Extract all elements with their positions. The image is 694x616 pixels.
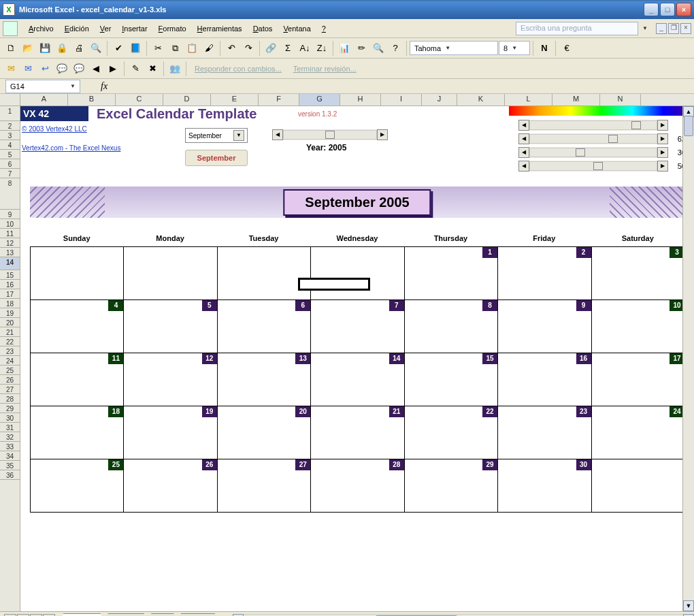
luminance-slider[interactable]: ◀▶ xyxy=(518,147,668,158)
menu-edición[interactable]: Edición xyxy=(59,22,95,35)
hyperlink-icon[interactable]: 🔗 xyxy=(263,40,279,56)
row-header-11[interactable]: 11 xyxy=(0,229,20,238)
fx-icon[interactable]: fx xyxy=(101,81,108,92)
chart-wizard-icon[interactable]: 📊 xyxy=(336,40,352,56)
arrow-right-icon[interactable]: ▶ xyxy=(657,147,668,158)
col-header-M[interactable]: M xyxy=(552,94,600,106)
row-header-2[interactable]: 2 xyxy=(0,121,20,131)
calendar-cell[interactable] xyxy=(591,459,685,513)
respond-changes-link[interactable]: Responder con cambios... xyxy=(189,65,287,73)
end-review-link[interactable]: Terminar revisión... xyxy=(288,65,362,73)
row-header-19[interactable]: 19 xyxy=(0,308,20,318)
col-header-N[interactable]: N xyxy=(600,94,641,106)
prev-comment-icon[interactable]: ◀ xyxy=(88,61,104,77)
calendar-cell[interactable]: 22 xyxy=(404,406,498,459)
font-name-selector[interactable]: Tahoma ▼ xyxy=(410,41,498,55)
row-header-20[interactable]: 20 xyxy=(0,318,20,327)
col-header-A[interactable]: A xyxy=(20,94,68,106)
month-button[interactable]: September xyxy=(185,150,248,166)
menu-ver[interactable]: Ver xyxy=(95,22,117,35)
reply-icon[interactable]: ↩ xyxy=(37,61,53,77)
calendar-cell[interactable]: 23 xyxy=(497,406,591,459)
calendar-cell[interactable]: 19 xyxy=(123,406,217,459)
drawing-icon[interactable]: ✏ xyxy=(353,40,369,56)
col-header-L[interactable]: L xyxy=(505,94,552,106)
row-header-35[interactable]: 35 xyxy=(0,461,20,470)
calendar-cell[interactable] xyxy=(123,246,217,300)
calendar-cell[interactable]: 20 xyxy=(217,406,311,459)
calendar-cell[interactable]: 24 xyxy=(591,406,685,459)
row-header-18[interactable]: 18 xyxy=(0,299,20,308)
calendar-cell[interactable]: 4 xyxy=(30,299,124,353)
row-header-14[interactable]: 14 xyxy=(0,257,20,270)
row-header-12[interactable]: 12 xyxy=(0,238,20,248)
show-comment-icon[interactable]: 💬 xyxy=(71,61,87,77)
row-header-21[interactable]: 21 xyxy=(0,327,20,337)
calendar-cell[interactable]: 27 xyxy=(217,459,311,513)
next-comment-icon[interactable]: ▶ xyxy=(105,61,121,77)
arrow-right-icon[interactable]: ▶ xyxy=(683,614,694,617)
track-changes-icon[interactable]: 👥 xyxy=(167,61,183,77)
arrow-left-icon[interactable]: ◀ xyxy=(518,133,529,144)
sort-desc-icon[interactable]: Z↓ xyxy=(314,40,330,56)
print-preview-icon[interactable]: 🔍 xyxy=(88,40,104,56)
calendar-cell[interactable]: 7 xyxy=(310,299,404,353)
col-header-E[interactable]: E xyxy=(211,94,259,106)
calendar-cell[interactable] xyxy=(310,246,404,300)
arrow-right-icon[interactable]: ▶ xyxy=(657,120,668,131)
arrow-left-icon[interactable]: ◀ xyxy=(518,120,529,131)
close-button[interactable]: × xyxy=(676,3,691,16)
row-header-28[interactable]: 28 xyxy=(0,394,20,404)
menu-formato[interactable]: Formato xyxy=(153,22,192,35)
show-ink-icon[interactable]: ✎ xyxy=(127,61,144,77)
calendar-cell[interactable]: 17 xyxy=(591,353,685,406)
calendar-cell[interactable]: 10 xyxy=(591,299,685,353)
redo-icon[interactable]: ↷ xyxy=(240,40,257,56)
calendar-cell[interactable]: 28 xyxy=(310,459,404,513)
copy-icon[interactable]: ⧉ xyxy=(167,40,183,56)
row-header-31[interactable]: 31 xyxy=(0,423,20,432)
scroll-thumb[interactable] xyxy=(684,116,693,136)
row-header-4[interactable]: 4 xyxy=(0,140,20,150)
arrow-right-icon[interactable]: ▶ xyxy=(657,133,668,144)
calendar-cell[interactable]: 29 xyxy=(404,459,498,513)
print-icon[interactable]: 🖨 xyxy=(71,40,87,56)
tab-first-button[interactable]: I◀ xyxy=(4,614,16,617)
doc-minimize-button[interactable]: _ xyxy=(656,23,667,34)
calendar-cell[interactable] xyxy=(217,246,311,300)
arrow-right-icon[interactable]: ▶ xyxy=(377,129,388,140)
calendar-cell[interactable]: 15 xyxy=(404,353,498,406)
hue-slider[interactable]: ◀▶ xyxy=(518,120,668,131)
calendar-cell[interactable]: 16 xyxy=(497,353,591,406)
col-header-B[interactable]: B xyxy=(68,94,116,106)
sort-asc-icon[interactable]: A↓ xyxy=(297,40,313,56)
new-icon[interactable]: 🗋 xyxy=(3,40,19,56)
permission-icon[interactable]: 🔒 xyxy=(54,40,70,56)
row-header-29[interactable]: 29 xyxy=(0,404,20,413)
calendar-cell[interactable]: 30 xyxy=(497,459,591,513)
delete-comment-icon[interactable]: ✖ xyxy=(144,61,161,77)
help-search-box[interactable]: Escriba una pregunta xyxy=(516,22,638,35)
calendar-cell[interactable]: 11 xyxy=(30,353,124,406)
row-header-27[interactable]: 27 xyxy=(0,385,20,394)
undo-icon[interactable]: ↶ xyxy=(223,40,239,56)
year-slider[interactable]: ◀ ▶ xyxy=(272,129,388,140)
calendar-cell[interactable]: 12 xyxy=(123,353,217,406)
spelling-icon[interactable]: ✔ xyxy=(110,40,127,56)
row-header-8[interactable]: 8 xyxy=(0,178,20,210)
calendar-cell[interactable]: 21 xyxy=(310,406,404,459)
maximize-button[interactable]: □ xyxy=(660,3,675,16)
calendar-cell[interactable]: 2 xyxy=(497,246,591,300)
help-icon[interactable]: ? xyxy=(387,40,403,56)
arrow-down-icon[interactable]: ▼ xyxy=(683,600,694,611)
col-header-H[interactable]: H xyxy=(340,94,381,106)
row-header-9[interactable]: 9 xyxy=(0,210,20,219)
calendar-cell[interactable]: 5 xyxy=(123,299,217,353)
calendar-cell[interactable]: 8 xyxy=(404,299,498,353)
row-header-23[interactable]: 23 xyxy=(0,346,20,356)
row-header-34[interactable]: 34 xyxy=(0,451,20,461)
col-header-J[interactable]: J xyxy=(422,94,457,106)
sheet-tab-planning[interactable]: Planning xyxy=(104,613,148,616)
calendar-cell[interactable]: 6 xyxy=(217,299,311,353)
row-header-5[interactable]: 5 xyxy=(0,150,20,159)
